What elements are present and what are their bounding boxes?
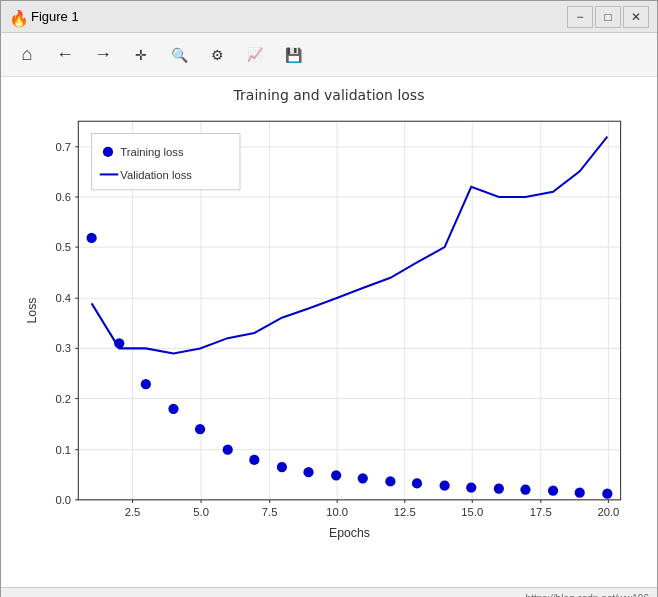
svg-text:10.0: 10.0 bbox=[326, 506, 348, 518]
svg-point-64 bbox=[440, 480, 450, 490]
forward-button[interactable]: → bbox=[85, 37, 121, 73]
svg-text:15.0: 15.0 bbox=[461, 506, 483, 518]
svg-text:5.0: 5.0 bbox=[193, 506, 209, 518]
chart-svg: 0.0 0.1 0.2 0.3 0.4 0.5 0.6 0.7 bbox=[19, 111, 639, 551]
legend-validation-label: Validation loss bbox=[120, 169, 192, 181]
chart-container: Training and validation loss bbox=[19, 87, 639, 577]
title-bar: 🔥 Figure 1 − □ ✕ bbox=[1, 1, 657, 33]
svg-text:17.5: 17.5 bbox=[530, 506, 552, 518]
zoom-button[interactable]: 🔍 bbox=[161, 37, 197, 73]
svg-point-66 bbox=[494, 483, 504, 493]
svg-text:2.5: 2.5 bbox=[125, 506, 141, 518]
svg-point-54 bbox=[168, 404, 178, 414]
svg-point-68 bbox=[548, 486, 558, 496]
legend-training-dot bbox=[103, 147, 113, 157]
svg-point-69 bbox=[575, 488, 585, 498]
svg-point-70 bbox=[602, 489, 612, 499]
svg-rect-71 bbox=[92, 134, 240, 190]
main-window: 🔥 Figure 1 − □ ✕ ⌂ ← → ✛ 🔍 ⚙ 📈 💾 Trainin… bbox=[0, 0, 658, 597]
svg-point-62 bbox=[385, 476, 395, 486]
pan-button[interactable]: ✛ bbox=[123, 37, 159, 73]
configure-button[interactable]: ⚙ bbox=[199, 37, 235, 73]
x-axis-label: Epochs bbox=[329, 526, 370, 540]
svg-text:0.7: 0.7 bbox=[55, 141, 71, 153]
svg-text:0.5: 0.5 bbox=[55, 241, 71, 253]
svg-text:12.5: 12.5 bbox=[394, 506, 416, 518]
window-icon: 🔥 bbox=[9, 9, 25, 25]
svg-point-51 bbox=[86, 233, 96, 243]
svg-text:0.2: 0.2 bbox=[55, 393, 71, 405]
svg-point-59 bbox=[303, 467, 313, 477]
svg-point-53 bbox=[141, 379, 151, 389]
svg-point-58 bbox=[277, 462, 287, 472]
svg-point-57 bbox=[249, 455, 259, 465]
legend-training-label: Training loss bbox=[120, 146, 184, 158]
minimize-button[interactable]: − bbox=[567, 6, 593, 28]
y-axis-label: Loss bbox=[25, 298, 39, 324]
svg-point-56 bbox=[223, 445, 233, 455]
title-bar-left: 🔥 Figure 1 bbox=[9, 9, 79, 25]
window-title: Figure 1 bbox=[31, 9, 79, 24]
edit-button[interactable]: 📈 bbox=[237, 37, 273, 73]
svg-point-61 bbox=[358, 473, 368, 483]
maximize-button[interactable]: □ bbox=[595, 6, 621, 28]
toolbar: ⌂ ← → ✛ 🔍 ⚙ 📈 💾 bbox=[1, 33, 657, 77]
svg-text:0.3: 0.3 bbox=[55, 342, 71, 354]
close-button[interactable]: ✕ bbox=[623, 6, 649, 28]
title-bar-controls: − □ ✕ bbox=[567, 6, 649, 28]
svg-text:0.1: 0.1 bbox=[55, 444, 71, 456]
home-button[interactable]: ⌂ bbox=[9, 37, 45, 73]
plot-area: Training and validation loss bbox=[1, 77, 657, 587]
back-button[interactable]: ← bbox=[47, 37, 83, 73]
svg-point-60 bbox=[331, 470, 341, 480]
y-axis-ticks: 0.0 0.1 0.2 0.3 0.4 0.5 0.6 0.7 bbox=[55, 141, 71, 506]
svg-point-67 bbox=[520, 484, 530, 494]
status-bar: https://blog.csdn.net/ww196 bbox=[1, 587, 657, 597]
svg-point-55 bbox=[195, 424, 205, 434]
svg-point-65 bbox=[466, 482, 476, 492]
svg-text:20.0: 20.0 bbox=[597, 506, 619, 518]
chart-title: Training and validation loss bbox=[19, 87, 639, 103]
svg-text:0.0: 0.0 bbox=[55, 494, 71, 506]
save-button[interactable]: 💾 bbox=[275, 37, 311, 73]
svg-point-52 bbox=[114, 338, 124, 348]
svg-text:7.5: 7.5 bbox=[262, 506, 278, 518]
svg-text:0.4: 0.4 bbox=[55, 292, 71, 304]
status-url: https://blog.csdn.net/ww196 bbox=[526, 593, 649, 597]
svg-point-63 bbox=[412, 478, 422, 488]
svg-text:0.6: 0.6 bbox=[55, 191, 71, 203]
x-axis-ticks: 2.5 5.0 7.5 10.0 12.5 15.0 17.5 20.0 bbox=[125, 506, 620, 518]
chart-inner: 0.0 0.1 0.2 0.3 0.4 0.5 0.6 0.7 bbox=[19, 111, 639, 551]
